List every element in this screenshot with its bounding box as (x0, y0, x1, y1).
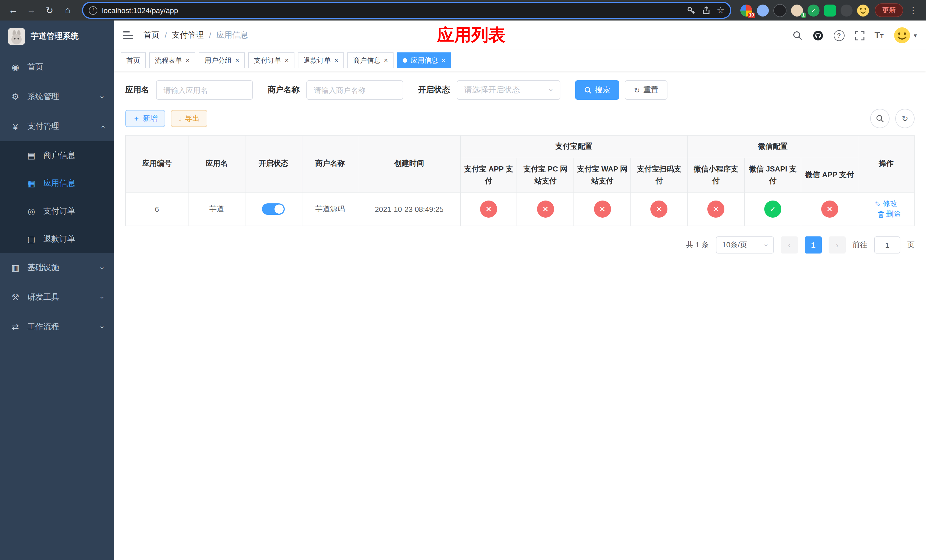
next-page-button[interactable]: › (829, 237, 846, 254)
app-name-label: 应用名 (125, 85, 149, 95)
app-table: 应用编号 应用名 开启状态 商户名称 创建时间 支付宝配置 微信配置 操作 支付… (125, 135, 915, 227)
extension-dark-icon[interactable] (773, 4, 787, 17)
sidebar-item-app-info[interactable]: ▦ 应用信息 (0, 169, 114, 197)
yen-icon: ¥ (10, 122, 21, 131)
tab-home[interactable]: 首页 (121, 52, 146, 68)
extension-grid-icon[interactable]: 10 (740, 4, 752, 16)
cell-alipay-app: ✕ (460, 192, 517, 226)
config-status-icon: ✕ (651, 201, 668, 218)
user-avatar-menu[interactable]: ▾ (894, 27, 917, 44)
fullscreen-icon[interactable] (855, 30, 864, 40)
browser-reload-button[interactable]: ↻ (42, 3, 57, 18)
close-icon[interactable]: × (441, 57, 445, 64)
goto-suffix: 页 (907, 240, 915, 250)
close-icon[interactable]: × (285, 57, 289, 64)
goto-page-input[interactable] (874, 237, 900, 254)
delete-link[interactable]: 删除 (877, 209, 901, 219)
config-status-icon: ✕ (821, 201, 838, 218)
sidebar-item-home[interactable]: ◉ 首页 (0, 52, 114, 82)
sidebar-item-infrastructure[interactable]: ▥ 基础设施 › (0, 253, 114, 283)
site-info-icon[interactable]: i (89, 6, 97, 15)
browser-update-button[interactable]: 更新 (875, 3, 903, 17)
cell-created: 2021-10-23 08:49:25 (358, 192, 460, 226)
close-icon[interactable]: × (186, 57, 190, 64)
tab-merchant-info[interactable]: 商户信息× (347, 52, 393, 68)
share-icon[interactable] (702, 6, 710, 15)
breadcrumb-separator: / (165, 31, 167, 40)
password-key-icon[interactable] (687, 6, 695, 15)
table-header-row: 应用编号 应用名 开启状态 商户名称 创建时间 支付宝配置 微信配置 操作 (126, 135, 914, 158)
col-alipay-wap: 支付宝 WAP 网站支付 (574, 158, 631, 192)
status-toggle[interactable] (262, 204, 285, 215)
extension-emoji-icon[interactable] (857, 4, 869, 16)
sidebar-item-merchant-info[interactable]: ▤ 商户信息 (0, 141, 114, 169)
sidebar-item-payment[interactable]: ¥ 支付管理 › (0, 112, 114, 141)
sidebar-item-workflow[interactable]: ⇄ 工作流程 › (0, 312, 114, 342)
tab-app-info[interactable]: 应用信息× (397, 52, 451, 68)
breadcrumb-payment[interactable]: 支付管理 (172, 30, 204, 41)
tab-refund-orders[interactable]: 退款订单× (298, 52, 344, 68)
extension-green-check-icon[interactable]: ✓ (808, 4, 820, 16)
tab-process-form[interactable]: 流程表单× (149, 52, 195, 68)
extension-puzzle-icon[interactable] (841, 4, 853, 16)
add-button[interactable]: ＋ 新增 (125, 110, 165, 127)
help-icon[interactable]: ? (834, 30, 844, 41)
dashboard-icon: ◉ (10, 62, 21, 73)
tab-label: 用户分组 (204, 56, 232, 65)
page-size-select[interactable]: 10条/页 › (716, 237, 774, 254)
export-button[interactable]: ↓ 导出 (171, 110, 207, 127)
tab-pay-orders[interactable]: 支付订单× (248, 52, 294, 68)
merchant-name-input[interactable] (306, 80, 403, 100)
plus-icon: ＋ (133, 114, 140, 124)
logo-avatar-image (8, 28, 25, 45)
font-size-icon[interactable]: TT (875, 30, 884, 41)
browser-back-button[interactable]: ← (6, 3, 21, 18)
sidebar-item-system[interactable]: ⚙ 系统管理 › (0, 82, 114, 112)
browser-forward-button[interactable]: → (24, 3, 39, 18)
app-title: 芋道管理系统 (31, 31, 79, 42)
sidebar-item-label: 退款订单 (43, 234, 75, 244)
address-bar[interactable]: i localhost:1024/pay/app ☆ (82, 2, 731, 19)
sidebar-item-refund-orders[interactable]: ▢ 退款订单 (0, 225, 114, 253)
breadcrumb-home[interactable]: 首页 (144, 30, 159, 41)
edit-link[interactable]: ✎ 修改 (875, 199, 897, 209)
search-button[interactable]: 搜索 (575, 80, 619, 100)
col-alipay-app: 支付宝 APP 支付 (460, 158, 517, 192)
sidebar-collapse-icon[interactable] (123, 31, 133, 39)
caret-down-icon: ▾ (914, 32, 917, 39)
gear-icon: ⚙ (10, 92, 21, 102)
config-status-icon: ✕ (707, 201, 725, 218)
reset-button[interactable]: ↻ 重置 (625, 80, 667, 100)
refresh-table-button[interactable]: ↻ (895, 109, 915, 128)
tab-user-group[interactable]: 用户分组× (199, 52, 245, 68)
search-icon[interactable] (793, 30, 802, 40)
col-status: 开启状态 (245, 135, 302, 192)
close-icon[interactable]: × (235, 57, 239, 64)
extension-blue-icon[interactable] (757, 4, 769, 16)
sidebar-item-pay-orders[interactable]: ◎ 支付订单 (0, 197, 114, 225)
close-icon[interactable]: × (334, 57, 338, 64)
prev-page-button[interactable]: ‹ (781, 237, 798, 254)
app-name-input[interactable] (156, 80, 253, 100)
extension-wechat-icon[interactable] (824, 4, 836, 16)
sidebar: 芋道管理系统 ◉ 首页 ⚙ 系统管理 › ¥ 支付管理 › (0, 21, 114, 560)
col-wechat-mini: 微信小程序支付 (688, 158, 744, 192)
breadcrumb: 首页 / 支付管理 / 应用信息 (144, 30, 248, 41)
total-count: 共 1 条 (686, 240, 709, 250)
reset-button-label: 重置 (643, 85, 658, 95)
extension-avatar-icon[interactable]: 1 (791, 4, 803, 16)
close-icon[interactable]: × (384, 57, 388, 64)
status-select[interactable]: 请选择开启状态 › (457, 80, 560, 100)
toggle-search-button[interactable] (870, 109, 890, 128)
github-icon[interactable] (813, 30, 823, 41)
browser-home-button[interactable]: ⌂ (61, 3, 75, 18)
edit-icon: ✎ (875, 200, 881, 208)
cell-wechat-mini: ✕ (688, 192, 744, 226)
breadcrumb-current: 应用信息 (216, 30, 248, 41)
sidebar-item-dev-tools[interactable]: ⚒ 研发工具 › (0, 283, 114, 312)
top-navbar: 首页 / 支付管理 / 应用信息 应用列表 ? (114, 21, 926, 50)
bookmark-star-icon[interactable]: ☆ (717, 5, 725, 15)
page-title-annotation: 应用列表 (437, 24, 505, 47)
browser-menu-icon[interactable]: ⋮ (906, 5, 920, 15)
page-1-button[interactable]: 1 (805, 237, 822, 254)
